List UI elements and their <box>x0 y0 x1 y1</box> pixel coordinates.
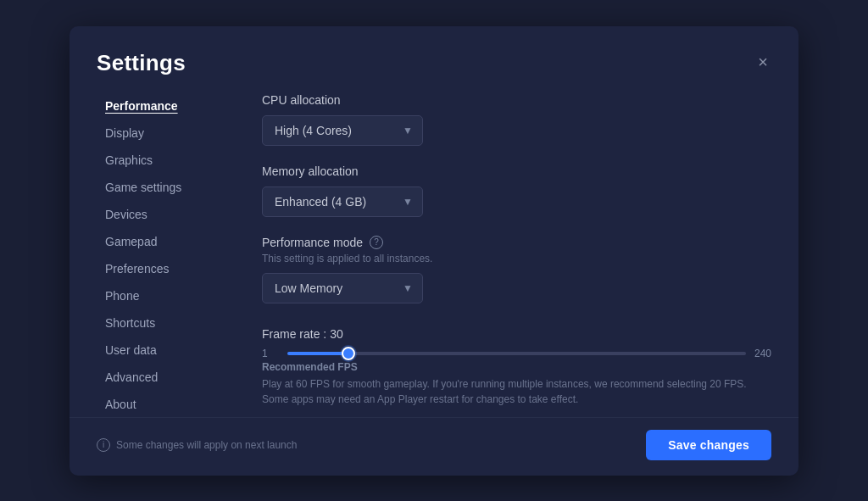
perf-mode-select[interactable]: Low Memory Balanced High Performance <box>262 273 423 303</box>
perf-mode-hint: This setting is applied to all instances… <box>262 253 771 264</box>
cpu-select[interactable]: High (4 Cores) Low (1 Core) Medium (2 Co… <box>262 115 423 146</box>
modal-title: Settings <box>97 50 186 76</box>
sidebar-item-devices[interactable]: Devices <box>97 202 228 227</box>
cpu-label: CPU allocation <box>262 93 771 107</box>
sidebar-item-about[interactable]: About <box>97 392 228 417</box>
fps-info-label: Recommended FPS <box>262 361 771 373</box>
footer-hint-text: Some changes will apply on next launch <box>116 439 297 451</box>
perf-mode-select-wrapper: Low Memory Balanced High Performance ▼ <box>262 273 423 303</box>
sidebar-item-phone[interactable]: Phone <box>97 283 228 309</box>
content-area: CPU allocation High (4 Cores) Low (1 Cor… <box>228 93 771 417</box>
slider-min-label: 1 <box>262 348 279 359</box>
modal-header: Settings × <box>70 26 798 76</box>
settings-modal: Settings × PerformanceDisplayGraphicsGam… <box>70 26 798 476</box>
sidebar-item-advanced[interactable]: Advanced <box>97 365 228 390</box>
perf-mode-row: Performance mode ? <box>262 236 771 249</box>
sidebar: PerformanceDisplayGraphicsGame settingsD… <box>97 93 228 417</box>
slider-max-label: 240 <box>754 348 771 359</box>
modal-footer: i Some changes will apply on next launch… <box>70 417 798 476</box>
perf-mode-help-icon[interactable]: ? <box>370 236 383 249</box>
frame-rate-slider[interactable] <box>287 352 746 355</box>
frame-rate-section: Frame rate : 30 1 240 Recommended FPS Pl… <box>262 327 771 417</box>
close-button[interactable]: × <box>754 50 771 74</box>
memory-label: Memory allocation <box>262 164 771 178</box>
frame-rate-label: Frame rate : 30 <box>262 327 771 341</box>
cpu-select-wrapper: High (4 Cores) Low (1 Core) Medium (2 Co… <box>262 115 423 146</box>
perf-mode-label: Performance mode <box>262 236 363 249</box>
modal-body: PerformanceDisplayGraphicsGame settingsD… <box>70 76 798 417</box>
save-changes-button[interactable]: Save changes <box>646 430 771 460</box>
sidebar-item-graphics[interactable]: Graphics <box>97 148 228 173</box>
sidebar-item-performance[interactable]: Performance <box>97 93 228 119</box>
memory-select[interactable]: Enhanced (4 GB) Low (1 GB) Medium (2 GB)… <box>262 186 423 217</box>
memory-select-wrapper: Enhanced (4 GB) Low (1 GB) Medium (2 GB)… <box>262 186 423 217</box>
slider-row: 1 240 <box>262 348 771 359</box>
fps-info-text: Play at 60 FPS for smooth gameplay. If y… <box>262 376 771 407</box>
sidebar-item-game-settings[interactable]: Game settings <box>97 175 228 200</box>
sidebar-item-display[interactable]: Display <box>97 120 228 146</box>
footer-hint: i Some changes will apply on next launch <box>97 438 297 452</box>
sidebar-item-user-data[interactable]: User data <box>97 337 228 363</box>
sidebar-item-preferences[interactable]: Preferences <box>97 256 228 281</box>
sidebar-item-gamepad[interactable]: Gamepad <box>97 229 228 254</box>
footer-info-icon: i <box>97 438 110 452</box>
sidebar-item-shortcuts[interactable]: Shortcuts <box>97 310 228 336</box>
